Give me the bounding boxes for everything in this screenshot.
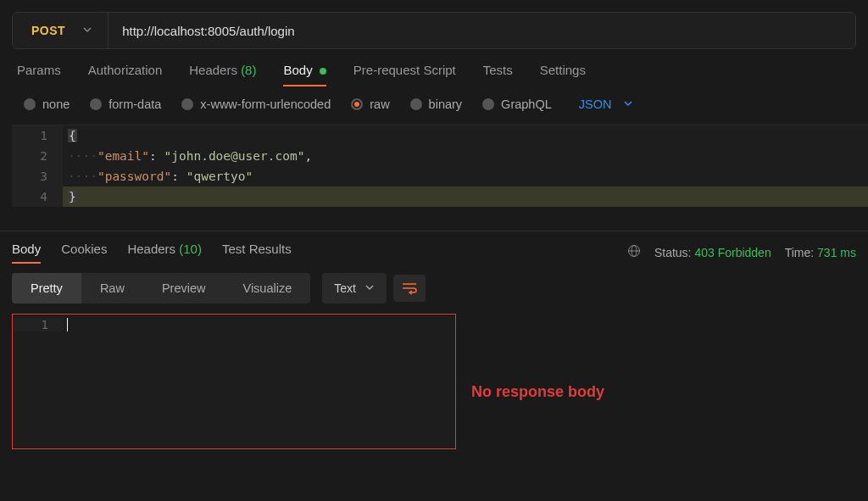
resp-tab-body[interactable]: Body	[12, 242, 41, 263]
radio-urlencoded[interactable]: x-www-form-urlencoded	[181, 97, 331, 111]
request-url-input[interactable]	[108, 13, 855, 48]
response-view-controls: Pretty Raw Preview Visualize Text	[0, 263, 868, 314]
globe-icon[interactable]	[627, 244, 641, 260]
radio-icon	[351, 98, 363, 110]
tab-params[interactable]: Params	[17, 63, 61, 86]
json-sep: :	[149, 149, 164, 163]
radio-label: none	[42, 97, 70, 111]
json-sep: :	[171, 170, 186, 183]
http-method-select[interactable]: POST	[13, 13, 108, 48]
no-response-annotation: No response body	[471, 383, 604, 401]
response-body-editor[interactable]: 1	[12, 314, 456, 449]
status-label: Status: 403 Forbidden	[654, 246, 771, 259]
json-key: "email"	[97, 149, 149, 163]
resp-tab-headers[interactable]: Headers (10)	[127, 242, 202, 263]
tab-headers-count: (8)	[241, 63, 256, 77]
json-comma: ,	[304, 149, 312, 163]
http-method-value: POST	[31, 24, 65, 37]
resp-tab-cookies[interactable]: Cookies	[61, 242, 107, 263]
radio-formdata[interactable]: form-data	[90, 97, 161, 111]
resp-tab-headers-label: Headers	[127, 242, 175, 256]
tab-tests[interactable]: Tests	[483, 63, 513, 86]
radio-icon	[410, 98, 422, 110]
radio-graphql[interactable]: GraphQL	[482, 97, 552, 111]
radio-label: GraphQL	[501, 97, 552, 111]
line-number: 1	[12, 125, 63, 146]
view-pretty[interactable]: Pretty	[12, 273, 81, 303]
json-string: "qwertyo"	[186, 170, 253, 183]
response-format-label: Text	[334, 281, 356, 295]
radio-icon	[482, 98, 494, 110]
resp-tab-testresults[interactable]: Test Results	[222, 242, 292, 263]
whitespace: ····	[68, 170, 97, 183]
status-value: 403 Forbidden	[694, 246, 771, 259]
radio-label: binary	[429, 97, 463, 111]
line-number: 2	[12, 146, 63, 166]
view-visualize[interactable]: Visualize	[224, 273, 310, 303]
chevron-down-icon	[82, 24, 92, 37]
tab-authorization[interactable]: Authorization	[88, 63, 163, 86]
radio-icon	[181, 98, 193, 110]
radio-binary[interactable]: binary	[410, 97, 463, 111]
tab-settings[interactable]: Settings	[540, 63, 586, 86]
line-number: 3	[12, 166, 63, 186]
request-url-bar: POST	[12, 12, 856, 49]
tab-prerequest[interactable]: Pre-request Script	[353, 63, 456, 86]
body-type-selector: none form-data x-www-form-urlencoded raw…	[0, 86, 868, 120]
tab-headers[interactable]: Headers (8)	[189, 63, 256, 86]
chevron-down-icon	[623, 97, 633, 111]
modified-dot-icon	[320, 68, 326, 75]
json-string: "john.doe@user.com"	[164, 149, 305, 163]
radio-label: x-www-form-urlencoded	[200, 97, 331, 111]
wrap-lines-button[interactable]	[393, 275, 426, 302]
radio-none[interactable]: none	[24, 97, 70, 111]
body-language-select[interactable]: JSON	[579, 97, 634, 111]
view-raw[interactable]: Raw	[81, 273, 143, 303]
radio-icon	[24, 98, 36, 110]
view-preview[interactable]: Preview	[143, 273, 225, 303]
tab-headers-label: Headers	[189, 63, 237, 77]
radio-label: raw	[370, 97, 389, 111]
code-brace: }	[68, 190, 77, 203]
radio-label: form-data	[108, 97, 161, 111]
radio-raw[interactable]: raw	[351, 97, 389, 111]
resp-tab-headers-count: (10)	[179, 242, 202, 256]
request-body-editor[interactable]: 1 { 2 ····"email": "john.doe@user.com", …	[12, 125, 868, 207]
tab-body-label: Body	[283, 63, 312, 77]
body-language-label: JSON	[579, 97, 612, 111]
time-label: Time: 731 ms	[785, 246, 856, 259]
code-brace: {	[68, 129, 77, 142]
line-number: 4	[12, 186, 63, 207]
response-status-bar: Status: 403 Forbidden Time: 731 ms	[627, 244, 856, 260]
whitespace: ····	[68, 149, 97, 163]
response-header-row: Body Cookies Headers (10) Test Results S…	[0, 231, 868, 263]
radio-icon	[90, 98, 102, 110]
request-tabs: Params Authorization Headers (8) Body Pr…	[0, 49, 868, 86]
text-cursor	[67, 318, 68, 331]
response-body-area: 1 No response body	[12, 314, 868, 449]
response-format-select[interactable]: Text	[322, 273, 387, 303]
json-key: "password"	[97, 170, 171, 183]
view-mode-segmented: Pretty Raw Preview Visualize	[12, 273, 310, 303]
response-tabs: Body Cookies Headers (10) Test Results	[12, 242, 292, 263]
chevron-down-icon	[364, 281, 375, 295]
line-number: 1	[13, 318, 64, 331]
tab-body[interactable]: Body	[283, 63, 326, 86]
time-value: 731 ms	[817, 246, 856, 259]
